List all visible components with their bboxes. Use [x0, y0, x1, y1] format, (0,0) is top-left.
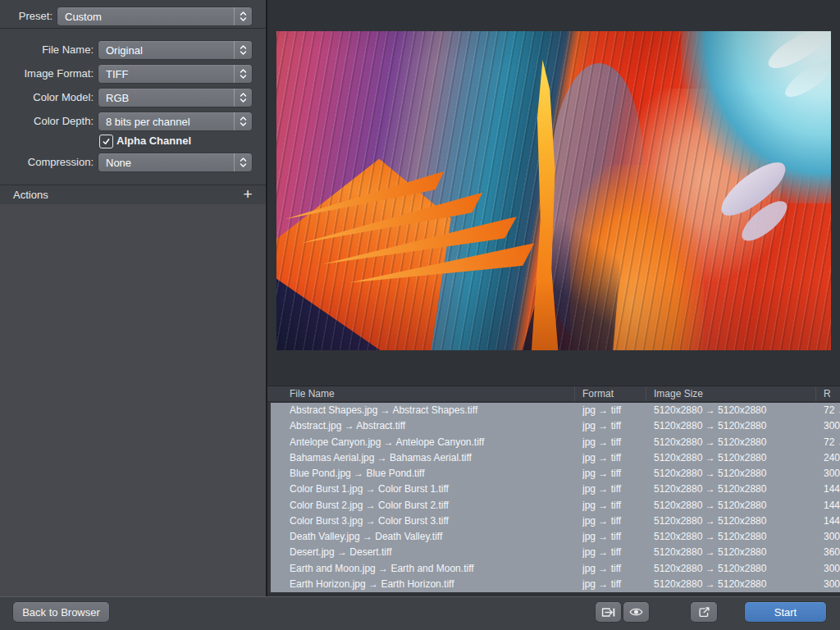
start-button[interactable]: Start — [745, 602, 826, 622]
compression-value: None — [98, 157, 234, 169]
table-row[interactable]: Earth Horizon.jpg → Earth Horizon.tiff j… — [271, 577, 840, 592]
cell-format: jpg → tiff — [582, 435, 654, 450]
cell-format: jpg → tiff — [582, 498, 654, 514]
cell-file-name: Abstract.jpg → Abstract.tiff — [290, 418, 582, 434]
compression-select[interactable]: None — [98, 153, 252, 171]
cell-file-name: Abstract Shapes.jpg → Abstract Shapes.ti… — [290, 403, 582, 418]
image-format-label: Image Format: — [0, 65, 94, 83]
preview-button[interactable] — [623, 602, 649, 622]
cell-file-name: Color Burst 3.jpg → Color Burst 3.tiff — [290, 514, 582, 529]
table-row[interactable]: Color Burst 3.jpg → Color Burst 3.tiff j… — [271, 514, 840, 529]
preview-image — [276, 31, 831, 350]
cell-file-name: Earth and Moon.jpg → Earth and Moon.tiff — [290, 561, 582, 577]
image-format-value: TIFF — [98, 68, 234, 80]
cell-image-size: 5120x2880 → 5120x2880 — [654, 545, 824, 560]
actions-header: Actions + — [0, 185, 266, 205]
stepper-icon — [234, 41, 252, 59]
image-format-select[interactable]: TIFF — [98, 65, 252, 83]
table-row[interactable]: Desert.jpg → Desert.tiff jpg → tiff 5120… — [271, 545, 840, 560]
cell-image-size: 5120x2880 → 5120x2880 — [654, 482, 824, 497]
settings-panel: Preset: Custom File Name: Original Image… — [0, 0, 267, 630]
stepper-icon — [234, 65, 252, 83]
cell-resolution: 360 — [824, 545, 840, 560]
cell-file-name: Color Burst 2.jpg → Color Burst 2.tiff — [290, 498, 582, 514]
color-model-label: Color Model: — [0, 89, 94, 107]
table-row[interactable]: Bahamas Aerial.jpg → Bahamas Aerial.tiff… — [271, 450, 840, 466]
table-row[interactable]: Color Burst 1.jpg → Color Burst 1.tiff j… — [271, 482, 840, 497]
preset-value: Custom — [57, 11, 234, 23]
column-header-resolution[interactable]: R — [815, 386, 840, 401]
stepper-icon — [234, 153, 252, 171]
stepper-icon — [234, 89, 252, 107]
column-header-image-size[interactable]: Image Size — [646, 386, 824, 401]
share-icon — [698, 606, 710, 619]
cell-resolution: 72 → — [824, 403, 840, 418]
back-to-browser-button[interactable]: Back to Browser — [13, 602, 109, 622]
column-header-file-name[interactable]: File Name — [290, 386, 582, 401]
add-action-button[interactable]: + — [238, 185, 258, 204]
color-model-select[interactable]: RGB — [98, 89, 252, 107]
table-row[interactable]: Blue Pond.jpg → Blue Pond.tiff jpg → tif… — [271, 466, 840, 482]
cell-image-size: 5120x2880 → 5120x2880 — [654, 561, 824, 577]
cell-image-size: 5120x2880 → 5120x2880 — [654, 403, 824, 418]
preset-select[interactable]: Custom — [57, 7, 252, 25]
cell-format: jpg → tiff — [582, 403, 654, 418]
actions-list — [0, 204, 266, 596]
art-vignette — [276, 31, 831, 350]
cell-resolution: 144 — [824, 482, 840, 497]
table-row[interactable]: Abstract.jpg → Abstract.tiff jpg → tiff … — [271, 418, 840, 434]
cell-format: jpg → tiff — [582, 577, 654, 592]
file-name-value: Original — [98, 44, 234, 57]
cell-resolution: 240 — [824, 450, 840, 466]
eye-icon — [629, 607, 643, 617]
cell-format: jpg → tiff — [582, 418, 654, 434]
stepper-icon — [234, 112, 252, 130]
cell-format: jpg → tiff — [582, 466, 654, 482]
table-row[interactable]: Death Valley.jpg → Death Valley.tiff jpg… — [271, 529, 840, 545]
column-header-format[interactable]: Format — [574, 386, 654, 401]
share-button[interactable] — [691, 602, 717, 622]
cell-resolution: 300 — [824, 418, 840, 434]
preset-row: Preset: Custom — [0, 0, 266, 29]
cell-file-name: Blue Pond.jpg → Blue Pond.tiff — [290, 466, 582, 482]
cell-resolution: 300 — [824, 529, 840, 545]
table-row[interactable]: Abstract Shapes.jpg → Abstract Shapes.ti… — [271, 403, 840, 418]
table-row[interactable]: Antelope Canyon.jpg → Antelope Canyon.ti… — [271, 435, 840, 450]
destination-icon — [601, 606, 615, 619]
cell-image-size: 5120x2880 → 5120x2880 — [654, 529, 824, 545]
cell-image-size: 5120x2880 → 5120x2880 — [654, 466, 824, 482]
cell-resolution: 300 — [824, 577, 840, 592]
cell-resolution: 72 → — [824, 435, 840, 450]
cell-file-name: Desert.jpg → Desert.tiff — [290, 545, 582, 560]
compression-label: Compression: — [0, 153, 94, 171]
cell-format: jpg → tiff — [582, 514, 654, 529]
file-name-select[interactable]: Original — [98, 41, 252, 59]
cell-resolution: 144 — [824, 498, 840, 514]
color-depth-label: Color Depth: — [0, 112, 94, 130]
preset-label: Preset: — [0, 7, 52, 25]
alpha-channel-checkbox[interactable] — [99, 135, 113, 148]
cell-format: jpg → tiff — [582, 450, 654, 466]
cell-image-size: 5120x2880 → 5120x2880 — [654, 450, 824, 466]
cell-image-size: 5120x2880 → 5120x2880 — [654, 418, 824, 434]
cell-resolution: 300 — [824, 561, 840, 577]
cell-format: jpg → tiff — [582, 545, 654, 560]
cell-image-size: 5120x2880 → 5120x2880 — [654, 498, 824, 514]
cell-image-size: 5120x2880 → 5120x2880 — [654, 514, 824, 529]
color-depth-select[interactable]: 8 bits per channel — [98, 112, 252, 130]
cell-file-name: Antelope Canyon.jpg → Antelope Canyon.ti… — [290, 435, 582, 450]
cell-file-name: Death Valley.jpg → Death Valley.tiff — [290, 529, 582, 545]
destination-button[interactable] — [596, 602, 621, 622]
file-table-header: File Name Format Image Size R — [267, 386, 840, 402]
color-depth-value: 8 bits per channel — [98, 116, 234, 128]
file-table-body: Abstract Shapes.jpg → Abstract Shapes.ti… — [267, 403, 840, 592]
checkmark-icon — [102, 137, 111, 146]
color-model-value: RGB — [98, 92, 234, 104]
stepper-icon — [234, 7, 252, 25]
bottom-toolbar: Back to Browser Start — [0, 596, 840, 630]
cell-file-name: Bahamas Aerial.jpg → Bahamas Aerial.tiff — [290, 450, 582, 466]
alpha-channel-label: Alpha Channel — [116, 134, 191, 148]
table-row[interactable]: Color Burst 2.jpg → Color Burst 2.tiff j… — [271, 498, 840, 514]
cell-file-name: Color Burst 1.jpg → Color Burst 1.tiff — [290, 482, 582, 497]
table-row[interactable]: Earth and Moon.jpg → Earth and Moon.tiff… — [271, 561, 840, 577]
